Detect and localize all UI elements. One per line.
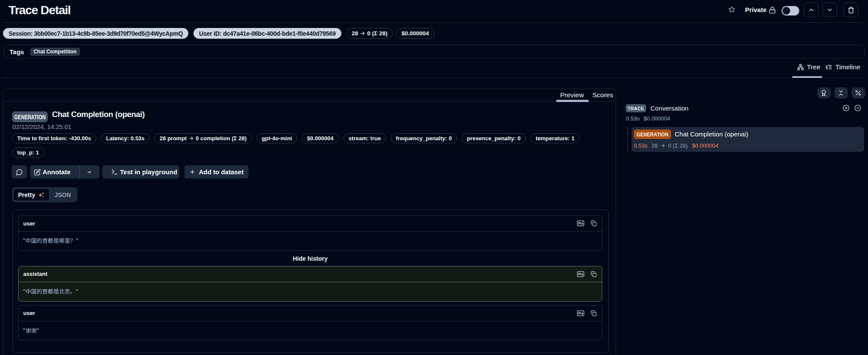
svg-text:GENERATION: GENERATION	[637, 131, 669, 138]
svg-text:GENERATION: GENERATION	[14, 113, 46, 120]
